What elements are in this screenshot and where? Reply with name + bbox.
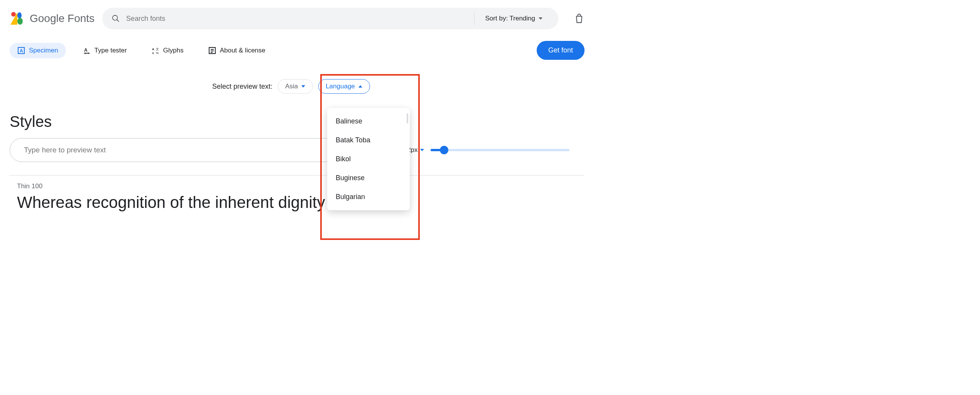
get-font-button[interactable]: Get font	[537, 41, 585, 60]
language-option[interactable]: Batak Toba	[327, 131, 410, 150]
tab-glyphs[interactable]: A文&% Glyphs	[144, 43, 191, 58]
weight-label: Thin 100	[0, 176, 594, 190]
search-container: Sort by: Trending	[102, 8, 558, 29]
tab-specimen[interactable]: A Specimen	[10, 43, 66, 58]
language-option[interactable]: Bulgarian	[327, 187, 410, 206]
svg-text:文: 文	[156, 47, 159, 51]
language-option[interactable]: Balinese	[327, 112, 410, 131]
about-icon	[208, 47, 216, 54]
google-fonts-logo-icon	[10, 11, 25, 26]
region-dropdown[interactable]: Asia	[278, 79, 313, 94]
svg-marker-6	[539, 17, 542, 20]
shopping-bag-icon[interactable]	[574, 13, 585, 24]
preview-controls: 2px	[0, 138, 594, 162]
svg-point-4	[113, 15, 118, 20]
glyphs-icon: A文&%	[152, 47, 159, 54]
search-input[interactable]	[126, 15, 471, 23]
svg-marker-21	[301, 85, 305, 88]
language-option[interactable]: Buginese	[327, 169, 410, 187]
chevron-up-icon	[358, 84, 363, 89]
language-dropdown-menu: Balinese Batak Toba Bikol Buginese Bulga…	[327, 108, 410, 210]
tab-label: Type tester	[95, 47, 127, 54]
sort-label: Sort by: Trending	[485, 15, 535, 22]
svg-line-5	[117, 20, 119, 22]
chevron-down-icon	[420, 148, 424, 152]
svg-rect-2	[17, 12, 22, 19]
sort-by-dropdown[interactable]: Sort by: Trending	[474, 12, 549, 25]
svg-point-0	[11, 12, 16, 17]
language-option[interactable]: Bikol	[327, 150, 410, 169]
svg-text:A: A	[152, 47, 154, 51]
slider-thumb[interactable]	[440, 146, 448, 154]
preview-text-selector: Select preview text: Asia Language	[0, 75, 594, 98]
preview-text-input[interactable]	[10, 138, 368, 162]
tab-label: Specimen	[29, 47, 58, 54]
tab-about-license[interactable]: About & license	[201, 43, 273, 58]
type-tester-icon: A	[83, 47, 91, 54]
size-slider[interactable]	[431, 149, 569, 151]
language-dropdown[interactable]: Language	[318, 79, 370, 94]
preview-label: Select preview text:	[212, 83, 272, 91]
svg-text:A: A	[84, 47, 88, 53]
brand-text: Google Fonts	[30, 12, 95, 25]
logo[interactable]: Google Fonts	[10, 11, 95, 26]
header: Google Fonts Sort by: Trending	[0, 0, 594, 37]
svg-marker-12	[88, 52, 90, 54]
chevron-down-icon	[301, 84, 306, 89]
tab-label: Glyphs	[163, 47, 184, 54]
svg-rect-3	[17, 18, 23, 25]
region-value: Asia	[285, 83, 298, 90]
svg-text:A: A	[20, 48, 23, 54]
svg-text:%: %	[156, 51, 159, 54]
svg-text:&: &	[152, 51, 154, 54]
svg-marker-23	[420, 149, 424, 151]
tab-type-tester[interactable]: A Type tester	[75, 43, 135, 58]
size-control: 2px	[407, 146, 569, 154]
specimen-icon: A	[17, 47, 25, 54]
styles-heading: Styles	[0, 98, 594, 138]
sample-text: Whereas recognition of the inherent dign…	[0, 190, 594, 219]
search-icon	[112, 14, 120, 23]
chevron-down-icon	[538, 16, 543, 21]
tab-label: About & license	[220, 47, 265, 54]
tabs: A Specimen A Type tester A文&% Glyphs Abo…	[0, 37, 594, 71]
svg-marker-22	[358, 85, 362, 88]
scrollbar-thumb[interactable]	[407, 113, 408, 123]
language-value: Language	[326, 83, 355, 90]
